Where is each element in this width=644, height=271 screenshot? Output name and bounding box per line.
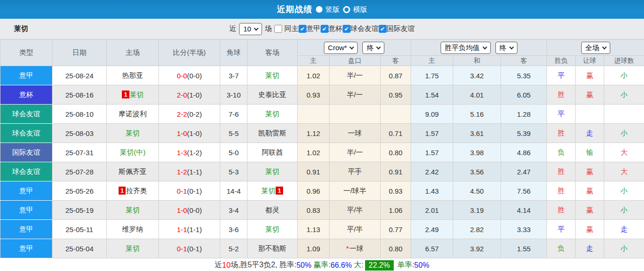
sub-header-4: 和 xyxy=(453,56,501,66)
vertical-layout-radio[interactable] xyxy=(316,6,322,13)
odds-home xyxy=(298,105,329,124)
result-handicap: 走 xyxy=(576,124,604,143)
star-icon: * xyxy=(346,244,349,252)
result-wdl: 胜 xyxy=(547,124,576,143)
away-team: 莱切1 xyxy=(247,181,298,201)
result-wdl: 负 xyxy=(547,143,576,162)
vertical-layout-label[interactable]: 竖版 xyxy=(326,5,340,14)
league-label-1: 意杯 xyxy=(329,24,343,33)
match-type-badge: 意甲 xyxy=(0,181,52,201)
corners: 3-6 xyxy=(220,220,247,239)
summary-segment-6: 大: xyxy=(352,260,364,270)
same-home-checkbox[interactable] xyxy=(274,25,282,33)
result-goals: 小 xyxy=(604,239,644,258)
match-type-badge: 球会友谊 xyxy=(0,162,52,181)
handicap-line: 平手 xyxy=(329,162,381,181)
horizontal-layout-radio[interactable] xyxy=(343,6,350,13)
handicap-line: 一/球半 xyxy=(329,181,381,201)
avg-home-odds: 2.01 xyxy=(411,201,453,220)
avg-away-odds: 1.55 xyxy=(501,239,547,258)
corners: 3-10 xyxy=(220,85,247,105)
summary-segment-3: 50% xyxy=(296,261,311,270)
league-checkbox-3[interactable]: ✔ xyxy=(379,25,387,33)
match-type-badge: 国际友谊 xyxy=(0,143,52,162)
avg-away-odds: 4.14 xyxy=(501,201,547,220)
handicap-line: *一球 xyxy=(329,239,381,258)
avg-draw-odds: 4.01 xyxy=(453,85,501,105)
away-team: 莱切 xyxy=(247,162,298,181)
match-date: 25-07-28 xyxy=(52,162,107,181)
avg-home-odds: 1.43 xyxy=(411,181,453,201)
result-wdl: 平 xyxy=(547,105,576,124)
filter-controls: 近 10 场 同主 ✔意甲✔意杯✔球会友谊✔国际友谊 xyxy=(229,23,415,35)
handicap-line: 一球 xyxy=(329,124,381,143)
horizontal-layout-label[interactable]: 横版 xyxy=(353,5,367,14)
result-goals: 大 xyxy=(604,143,644,162)
corners: 5-0 xyxy=(220,143,247,162)
table-row: 球会友谊25-07-28斯佩齐亚1-2(1-1)5-3莱切0.91平手0.912… xyxy=(0,162,644,181)
avg-away-odds: 5.35 xyxy=(501,66,547,85)
league-label-2: 球会友谊 xyxy=(351,24,379,33)
avg-home-odds: 6.57 xyxy=(411,239,453,258)
table-row: 意甲25-08-24热那亚0-0(0-0)3-7莱切1.02半/一0.871.7… xyxy=(0,66,644,85)
result-wdl: 平 xyxy=(547,220,576,239)
avg-away-odds: 7.56 xyxy=(501,181,547,201)
away-team: 史泰比亚 xyxy=(247,85,298,105)
summary-segment-2: 场,胜5平3负2, 胜率: xyxy=(231,260,296,270)
league-checkbox-0[interactable]: ✔ xyxy=(299,25,307,33)
summary-segment-7: 22.2% xyxy=(365,260,394,271)
result-handicap: 走 xyxy=(576,239,604,258)
odds-home: 0.93 xyxy=(298,85,329,105)
corners: 14-4 xyxy=(220,181,247,201)
match-date: 25-05-26 xyxy=(52,181,107,201)
table-row: 意甲25-05-04莱切0-1(0-1)5-2那不勒斯1.09*一球0.806.… xyxy=(0,239,644,258)
match-score: 0-1(0-1) xyxy=(159,239,220,258)
summary-segment-9: 50% xyxy=(414,261,429,270)
sub-header-0: 主 xyxy=(298,56,329,66)
home-team: 斯佩齐亚 xyxy=(107,162,159,181)
avg-draw-odds: 3.98 xyxy=(453,143,501,162)
avg-draw-odds: 3.42 xyxy=(453,66,501,85)
league-checkbox-1[interactable]: ✔ xyxy=(321,25,329,33)
match-score: 2-2(0-2) xyxy=(159,105,220,124)
avg-away-odds: 4.86 xyxy=(501,143,547,162)
summary-segment-4: 赢率: xyxy=(311,260,330,270)
corners: 5-3 xyxy=(220,162,247,181)
same-home-label: 同主 xyxy=(285,24,299,33)
avg-draw-odds: 3.92 xyxy=(453,239,501,258)
odds-company-select[interactable]: Crow* xyxy=(324,42,358,54)
match-date: 25-08-03 xyxy=(52,124,107,143)
away-team: 莱切 xyxy=(247,220,298,239)
sub-header-3: 主 xyxy=(411,56,453,66)
summary-segment-1: 10 xyxy=(222,261,231,270)
page-title: 近期战绩 xyxy=(277,4,313,15)
away-team: 莱切 xyxy=(247,105,298,124)
sub-header-5: 客 xyxy=(501,56,547,66)
match-count-select[interactable]: 10 xyxy=(239,23,262,35)
chevron-down-icon xyxy=(482,45,487,49)
result-wdl: 负 xyxy=(547,239,576,258)
match-date: 25-05-04 xyxy=(52,239,107,258)
home-team: 1莱切 xyxy=(107,85,159,105)
odds-home: 1.12 xyxy=(298,124,329,143)
games-label: 场 xyxy=(265,24,272,33)
match-type-badge: 意甲 xyxy=(0,239,52,258)
sub-header-8: 进球数 xyxy=(604,56,644,66)
league-checkbox-2[interactable]: ✔ xyxy=(343,25,351,33)
fullmatch-select[interactable]: 全场 xyxy=(581,42,610,54)
avg-away-odds: 1.28 xyxy=(501,105,547,124)
result-handicap: 赢 xyxy=(576,66,604,85)
match-type-badge: 球会友谊 xyxy=(0,124,52,143)
avg-type-select[interactable]: 胜平负均值 xyxy=(441,42,491,54)
odds-time-select[interactable]: 终 xyxy=(362,42,384,54)
filter-bar: 莱切 近 10 场 同主 ✔意甲✔意杯✔球会友谊✔国际友谊 xyxy=(0,19,644,39)
odds-away: 0.87 xyxy=(381,66,411,85)
avg-draw-odds: 3.56 xyxy=(453,162,501,181)
odds-home: 1.09 xyxy=(298,239,329,258)
match-date: 25-08-24 xyxy=(52,66,107,85)
rank-badge: 1 xyxy=(119,187,126,195)
away-team: 阿联酋 xyxy=(247,143,298,162)
avg-time-select[interactable]: 终 xyxy=(495,42,517,54)
avg-home-odds: 1.57 xyxy=(411,124,453,143)
result-goals: 大 xyxy=(604,162,644,181)
